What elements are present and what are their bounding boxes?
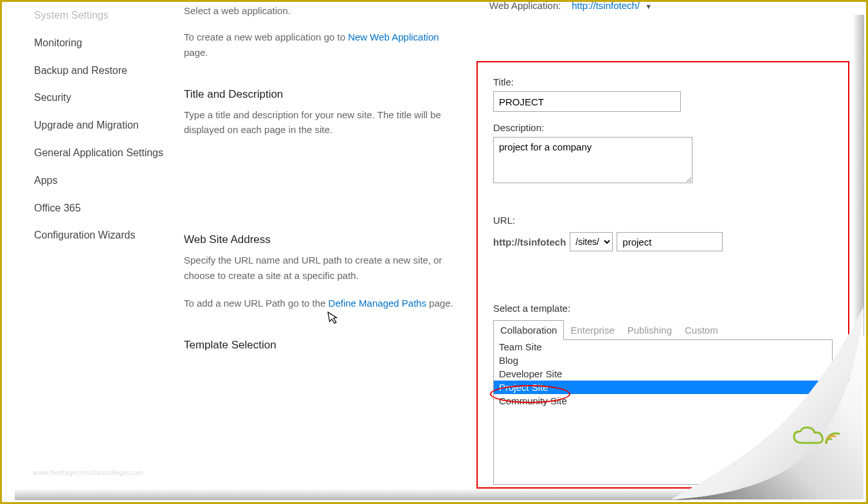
- address-trail: page.: [426, 298, 453, 309]
- template-label: Select a template:: [493, 303, 833, 314]
- highlighted-form-panel: Title: Description: project for a compan…: [476, 61, 849, 489]
- sidebar: System Settings Monitoring Backup and Re…: [2, 2, 165, 502]
- section-title-desc-body: Type a title and description for your ne…: [184, 107, 457, 138]
- sidebar-item-config-wizards[interactable]: Configuration Wizards: [34, 222, 165, 249]
- template-community-site[interactable]: Community Site: [494, 394, 832, 408]
- sidebar-item-monitoring[interactable]: Monitoring: [34, 30, 165, 57]
- section-address-title: Web Site Address: [184, 233, 457, 246]
- new-web-application-link[interactable]: New Web Application: [348, 32, 439, 42]
- sidebar-item-backup-restore[interactable]: Backup and Restore: [34, 57, 165, 85]
- web-application-row: Web Application: http://tsinfotech/ ▼: [489, 0, 652, 11]
- watermark-text: www.heritagechristiancollege.com: [33, 469, 143, 476]
- sidebar-item-general-app-settings[interactable]: General Application Settings: [34, 140, 165, 167]
- tab-custom[interactable]: Custom: [678, 321, 725, 339]
- webapp-trail: page.: [184, 47, 208, 58]
- url-name-input[interactable]: [617, 232, 723, 251]
- template-project-site[interactable]: Project Site: [494, 381, 832, 394]
- sidebar-item-system-settings[interactable]: System Settings: [34, 2, 165, 30]
- web-application-value[interactable]: http://tsinfotech/: [572, 0, 640, 11]
- sidebar-item-apps[interactable]: Apps: [34, 167, 165, 195]
- webapp-select-desc: Select a web application.: [184, 3, 457, 18]
- title-label: Title:: [493, 76, 833, 87]
- web-application-label: Web Application:: [489, 0, 561, 11]
- description-label: Description:: [493, 122, 833, 133]
- description-textarea[interactable]: project for a company: [493, 137, 692, 183]
- section-template-title: Template Selection: [184, 339, 457, 352]
- address-lead: To add a new URL Path go to the: [184, 298, 329, 309]
- webapp-lead: To create a new web application go to: [184, 32, 348, 42]
- template-team-site[interactable]: Team Site: [494, 340, 832, 354]
- section-address-body: Specify the URL name and URL path to cre…: [184, 253, 457, 283]
- template-blog[interactable]: Blog: [494, 354, 832, 367]
- url-path-select[interactable]: /sites/: [570, 232, 613, 251]
- template-list[interactable]: Team Site Blog Developer Site Project Si…: [493, 340, 833, 485]
- url-label: URL:: [493, 215, 833, 226]
- chevron-down-icon[interactable]: ▼: [645, 3, 652, 10]
- tab-publishing[interactable]: Publishing: [621, 321, 678, 339]
- section-title-desc: Title and Description: [184, 88, 457, 101]
- sidebar-item-security[interactable]: Security: [34, 84, 165, 112]
- url-base-text: http://tsinfotech: [493, 237, 566, 248]
- define-managed-paths-link[interactable]: Define Managed Paths: [329, 298, 427, 309]
- form-descriptions: Select a web application. To create a ne…: [165, 2, 476, 502]
- title-input[interactable]: [493, 91, 681, 112]
- tab-enterprise[interactable]: Enterprise: [564, 321, 620, 339]
- form-panel-wrap: Web Application: http://tsinfotech/ ▼ Ti…: [476, 2, 866, 502]
- tab-collaboration[interactable]: Collaboration: [493, 320, 564, 340]
- sidebar-item-office-365[interactable]: Office 365: [34, 195, 165, 222]
- template-tabs: Collaboration Enterprise Publishing Cust…: [493, 320, 833, 340]
- sidebar-item-upgrade-migration[interactable]: Upgrade and Migration: [34, 112, 165, 140]
- template-developer-site[interactable]: Developer Site: [494, 367, 832, 381]
